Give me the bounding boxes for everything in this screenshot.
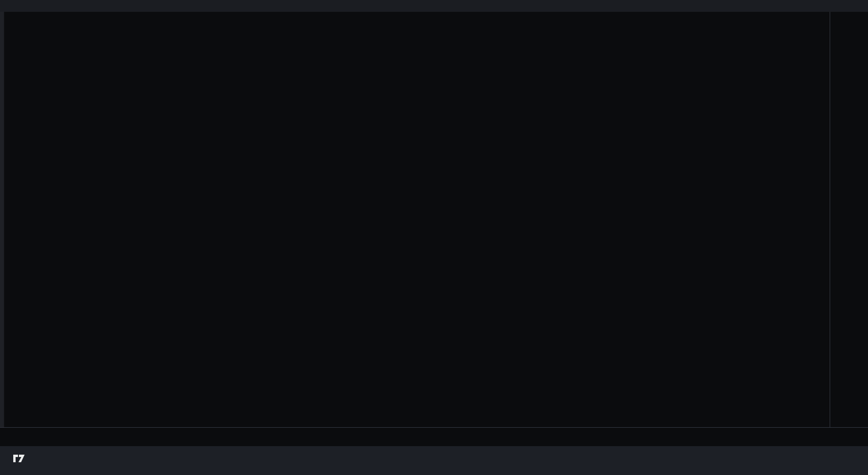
- price-chart-plot[interactable]: [0, 12, 830, 427]
- tradingview-logo-icon: [13, 453, 25, 464]
- time-axis[interactable]: [0, 427, 868, 446]
- bottom-bar: [0, 446, 868, 475]
- tradingview-chart-window: [0, 0, 868, 475]
- chart-created-caption: [0, 0, 868, 12]
- tradingview-logo[interactable]: [13, 453, 29, 464]
- left-toolbar-strip: [0, 12, 4, 446]
- price-axis[interactable]: [830, 12, 868, 427]
